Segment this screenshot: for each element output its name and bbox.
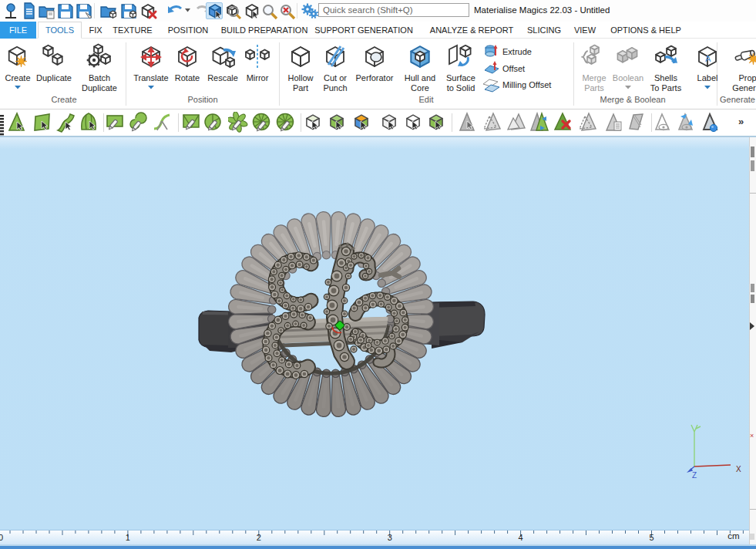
svg-text:4: 4 (519, 533, 523, 542)
svg-text:X: X (736, 465, 741, 473)
svg-text:1: 1 (126, 533, 130, 542)
svg-text:5: 5 (649, 533, 654, 542)
svg-text:Z: Z (692, 471, 697, 480)
svg-text:A: A (705, 54, 711, 63)
svg-text:3: 3 (388, 533, 392, 542)
svg-text:cm: cm (727, 531, 739, 541)
svg-text:2: 2 (257, 533, 261, 542)
svg-text:0: 0 (0, 533, 3, 542)
